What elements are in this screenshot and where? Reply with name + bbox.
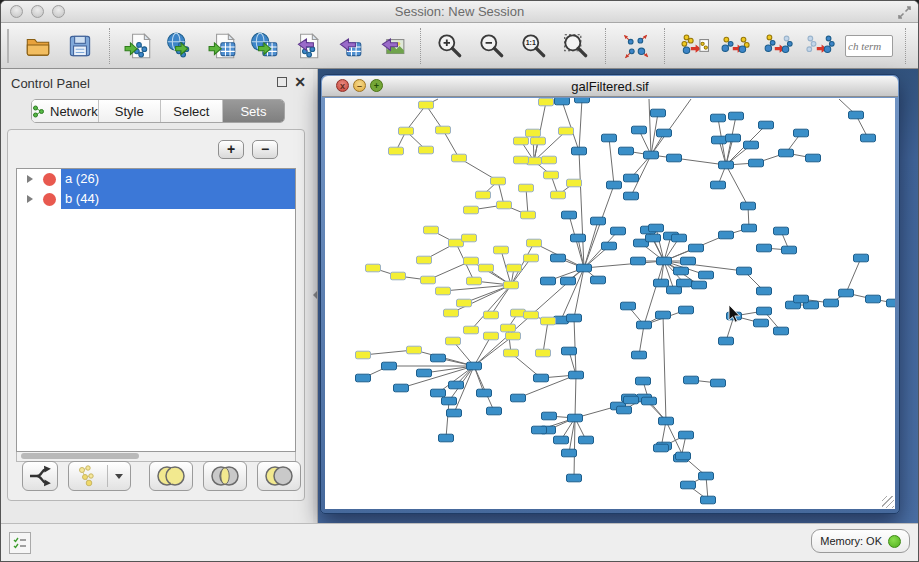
network-node-blue[interactable] [572,147,587,155]
network-node-yellow[interactable] [391,272,406,280]
network-node-blue[interactable] [382,362,397,370]
collapse-panel-icon[interactable] [313,291,317,299]
network-node-yellow[interactable] [544,171,559,179]
network-node-blue[interactable] [744,141,759,149]
network-node-blue[interactable] [794,295,809,303]
network-node-blue[interactable] [711,379,726,387]
network-node-yellow[interactable] [542,156,557,164]
network-node-yellow[interactable] [356,351,371,359]
network-node-blue[interactable] [654,444,669,452]
network-node-blue[interactable] [632,126,647,134]
network-node-blue[interactable] [541,277,556,285]
network-node-blue[interactable] [611,227,626,235]
network-node-blue[interactable] [568,414,583,422]
network-node-yellow[interactable] [417,256,432,264]
network-node-yellow[interactable] [501,324,516,332]
window-titlebar[interactable]: Session: New Session [1,1,918,23]
network-node-blue[interactable] [542,412,557,420]
network-node-blue[interactable] [562,449,577,457]
task-monitor-button[interactable] [9,532,31,554]
network-node-yellow[interactable] [436,287,451,295]
network-node-blue[interactable] [692,281,707,289]
network-node-blue[interactable] [562,347,577,355]
network-node-blue[interactable] [532,426,547,434]
network-node-blue[interactable] [719,231,734,239]
network-node-yellow[interactable] [551,191,566,199]
network-node-yellow[interactable] [521,211,536,219]
zoom-out-button[interactable] [474,27,510,65]
fullscreen-icon[interactable] [897,5,912,20]
network-node-blue[interactable] [774,227,789,235]
network-node-blue[interactable] [644,151,659,159]
network-node-blue[interactable] [887,299,896,307]
network-node-blue[interactable] [794,129,809,137]
network-node-blue[interactable] [674,267,689,275]
network-node-yellow[interactable] [527,239,542,247]
open-session-button[interactable] [20,27,56,65]
import-network-from-url-button[interactable] [163,27,199,65]
network-node-yellow[interactable] [531,137,546,145]
network-node-yellow[interactable] [567,179,582,187]
network-node-yellow[interactable] [366,264,381,272]
save-session-button[interactable] [62,27,98,65]
set-list-item[interactable]: b (44) [17,189,295,209]
tab-style[interactable]: Style [99,100,161,122]
network-node-yellow[interactable] [484,311,499,319]
network-node-blue[interactable] [431,354,446,362]
network-node-blue[interactable] [591,217,606,225]
hscrollbar-thumb[interactable] [21,453,139,459]
set-to-nodes-button[interactable] [760,27,796,65]
network-node-blue[interactable] [624,174,639,182]
network-canvas[interactable] [325,98,895,509]
network-node-blue[interactable] [477,389,492,397]
network-node-blue[interactable] [679,306,694,314]
network-node-blue[interactable] [729,112,744,120]
network-node-blue[interactable] [642,397,657,405]
search-input[interactable] [845,35,893,57]
set-difference-button[interactable] [257,461,301,491]
network-node-blue[interactable] [672,234,687,242]
network-node-blue[interactable] [624,396,639,404]
network-node-blue[interactable] [849,111,864,119]
network-node-blue[interactable] [726,134,741,142]
network-node-blue[interactable] [861,134,876,142]
network-node-blue[interactable] [659,417,674,425]
network-node-yellow[interactable] [504,281,519,289]
network-node-blue[interactable] [571,234,586,242]
dropdown-arrow-icon[interactable] [115,474,123,479]
set-list-item[interactable]: a (26) [17,169,295,189]
split-set-button[interactable] [22,461,58,491]
import-table-from-file-button[interactable] [205,27,241,65]
network-node-blue[interactable] [854,254,869,262]
network-node-yellow[interactable] [539,98,554,106]
network-node-blue[interactable] [394,384,409,392]
network-node-blue[interactable] [632,351,647,359]
network-node-blue[interactable] [607,181,622,189]
network-node-yellow[interactable] [446,337,461,345]
network-node-blue[interactable] [569,371,584,379]
network-node-blue[interactable] [534,374,549,382]
set-extract-button[interactable] [802,27,838,65]
network-node-blue[interactable] [654,279,669,287]
network-node-yellow[interactable] [476,191,491,199]
network-node-yellow[interactable] [399,127,414,135]
tab-select[interactable]: Select [161,100,223,122]
network-node-blue[interactable] [591,276,606,284]
remove-set-button[interactable]: − [252,140,278,159]
network-node-blue[interactable] [555,98,570,105]
network-node-yellow[interactable] [464,326,479,334]
expand-triangle-icon[interactable] [27,195,33,203]
network-node-blue[interactable] [617,406,632,414]
frame-resize-grip[interactable] [882,496,894,508]
float-panel-icon[interactable] [277,77,287,87]
network-node-yellow[interactable] [514,156,529,164]
network-graph[interactable] [325,98,895,509]
network-node-blue[interactable] [839,289,854,297]
network-node-yellow[interactable] [484,332,499,340]
network-node-blue[interactable] [449,381,464,389]
network-node-yellow[interactable] [536,349,551,357]
network-node-blue[interactable] [637,321,652,329]
network-node-blue[interactable] [759,121,774,129]
network-node-blue[interactable] [511,394,526,402]
tab-sets[interactable]: Sets [223,100,284,122]
